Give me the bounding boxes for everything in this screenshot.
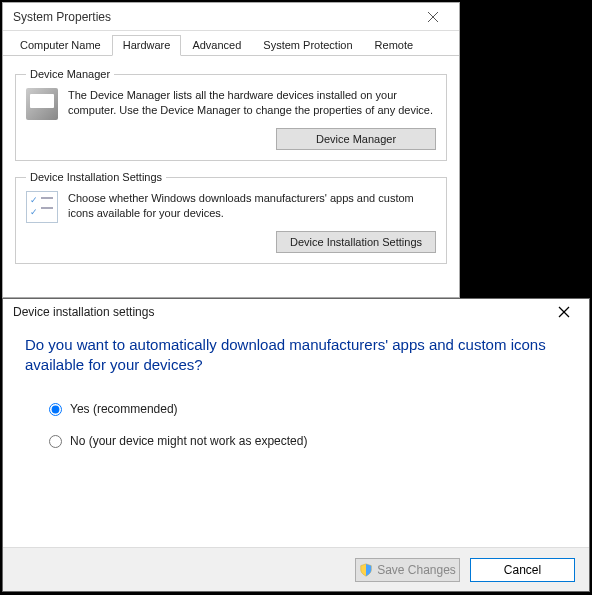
tab-content: Device Manager The Device Manager lists …: [3, 56, 459, 286]
radio-group: Yes (recommended) No (your device might …: [25, 402, 567, 448]
device-manager-button[interactable]: Device Manager: [276, 128, 436, 150]
tab-strip: Computer Name Hardware Advanced System P…: [3, 31, 459, 56]
radio-no[interactable]: No (your device might not work as expect…: [49, 434, 567, 448]
checklist-icon: [26, 191, 58, 223]
tab-remote[interactable]: Remote: [364, 35, 425, 55]
device-manager-legend: Device Manager: [26, 68, 114, 80]
device-install-settings-button[interactable]: Device Installation Settings: [276, 231, 436, 253]
close-button[interactable]: [413, 6, 453, 28]
device-manager-group: Device Manager The Device Manager lists …: [15, 68, 447, 161]
tab-system-protection[interactable]: System Protection: [252, 35, 363, 55]
radio-no-input[interactable]: [49, 435, 62, 448]
system-properties-window: System Properties Computer Name Hardware…: [2, 2, 460, 298]
radio-yes-label: Yes (recommended): [70, 402, 178, 416]
save-changes-label: Save Changes: [377, 563, 456, 577]
dialog-footer: Save Changes Cancel: [3, 547, 589, 591]
titlebar: System Properties: [3, 3, 459, 31]
close-icon: [558, 306, 570, 318]
save-changes-button[interactable]: Save Changes: [355, 558, 460, 582]
device-manager-desc: The Device Manager lists all the hardwar…: [68, 88, 436, 118]
dialog-close-button[interactable]: [547, 301, 581, 323]
dialog-question: Do you want to automatically download ma…: [25, 335, 567, 374]
tab-computer-name[interactable]: Computer Name: [9, 35, 112, 55]
device-install-group: Device Installation Settings Choose whet…: [15, 171, 447, 264]
device-install-legend: Device Installation Settings: [26, 171, 166, 183]
device-install-settings-dialog: Device installation settings Do you want…: [2, 298, 590, 592]
radio-yes[interactable]: Yes (recommended): [49, 402, 567, 416]
tab-hardware[interactable]: Hardware: [112, 35, 182, 56]
device-install-desc: Choose whether Windows downloads manufac…: [68, 191, 436, 221]
dialog-titlebar: Device installation settings: [3, 299, 589, 325]
radio-yes-input[interactable]: [49, 403, 62, 416]
shield-icon: [359, 563, 373, 577]
dialog-body: Do you want to automatically download ma…: [3, 325, 589, 547]
dialog-title: Device installation settings: [13, 305, 154, 319]
close-icon: [428, 12, 438, 22]
window-title: System Properties: [13, 10, 111, 24]
tab-advanced[interactable]: Advanced: [181, 35, 252, 55]
cancel-button[interactable]: Cancel: [470, 558, 575, 582]
device-manager-icon: [26, 88, 58, 120]
radio-no-label: No (your device might not work as expect…: [70, 434, 307, 448]
